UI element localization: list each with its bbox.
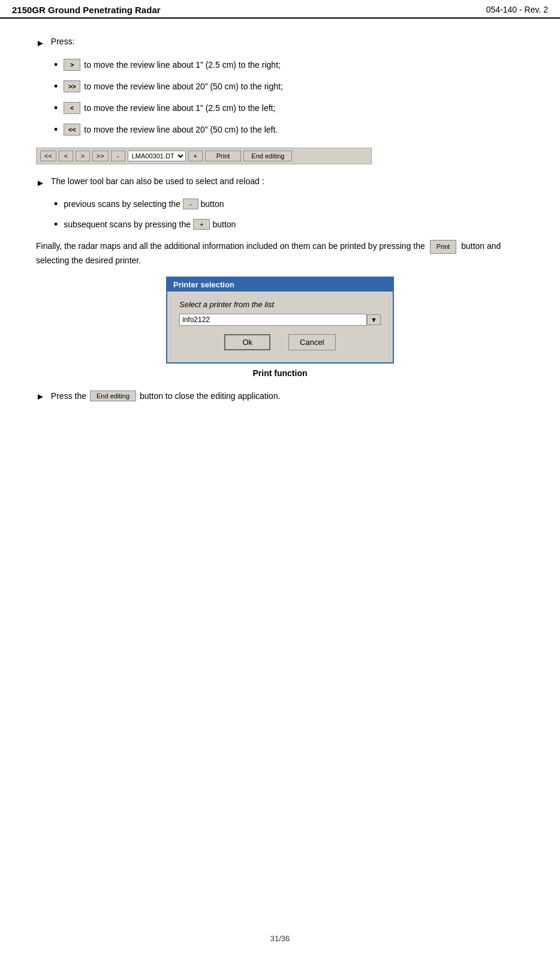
printer-ok-button[interactable]: Ok: [224, 334, 270, 350]
printer-dropdown-arrow[interactable]: ▼: [367, 314, 381, 325]
bullet-text-3: to move the review line about 1” (2.5 cm…: [84, 103, 275, 113]
toolbar-plus-btn[interactable]: +: [188, 151, 203, 161]
toolbar-bullet-next: • subsequent scans by pressing the + but…: [54, 219, 524, 230]
next-scans-text: subsequent scans by pressing the: [64, 220, 191, 229]
end-editing-section: ► Press the End editing button to close …: [36, 390, 524, 401]
next-scans-suffix: button: [212, 220, 236, 229]
bullet-dot-1: •: [54, 59, 58, 70]
end-editing-inline-btn: End editing: [90, 391, 136, 401]
bullet-dot-3: •: [54, 103, 58, 113]
toolbar-ll-btn[interactable]: <<: [40, 151, 56, 161]
lower-toolbar-section: ► The lower tool bar can also be used to…: [36, 176, 524, 188]
toolbar-bullet-list: • previous scans by selecting the - butt…: [54, 199, 524, 230]
bullet-text-2: to move the review line about 20” (50 cm…: [84, 82, 283, 91]
printer-select-row: ▼: [179, 314, 381, 326]
prev-scans-suffix: button: [201, 199, 224, 209]
bullet-text-4: to move the review line about 20” (50 cm…: [84, 125, 278, 134]
prev-scans-text: previous scans by selecting the: [64, 199, 180, 209]
toolbar-minus-btn[interactable]: -: [111, 151, 125, 161]
printer-select-input[interactable]: [179, 314, 367, 326]
bullet-item-2: • >> to move the review line about 20” (…: [54, 80, 524, 92]
toolbar-file-select[interactable]: LMA00301.DT: [128, 151, 186, 161]
toolbar-rr-btn[interactable]: >>: [92, 151, 109, 161]
print-caption: Print function: [36, 368, 524, 378]
print-inline-btn: Print: [430, 240, 457, 254]
toolbar-print-btn[interactable]: Print: [205, 151, 242, 161]
main-content: ► Press: • > to move the review line abo…: [0, 19, 560, 436]
right-single-button: >: [64, 59, 80, 71]
document-title: 2150GR Ground Penetrating Radar: [12, 5, 161, 15]
toolbar-bullet-prev: • previous scans by selecting the - butt…: [54, 199, 524, 209]
end-para1-text: Press the: [51, 391, 86, 401]
bullet-dot-next: •: [54, 219, 58, 230]
right-double-button: >>: [64, 80, 80, 92]
bullet-item-4: • << to move the review line about 20” (…: [54, 124, 524, 136]
printer-dialog-buttons: Ok Cancel: [179, 334, 381, 350]
page-number: 31/36: [270, 934, 290, 943]
print-paragraph: Finally, the radar maps and all the addi…: [36, 239, 524, 267]
left-double-button: <<: [64, 124, 80, 136]
toolbar-l-btn[interactable]: <: [59, 151, 73, 161]
page-header: 2150GR Ground Penetrating Radar 054-140 …: [0, 0, 560, 19]
print-para1-text: Finally, the radar maps and all the addi…: [36, 241, 425, 251]
press-section: ► Press:: [36, 37, 524, 48]
printer-dialog: Printer selection Select a printer from …: [166, 277, 394, 364]
page-footer: 31/36: [0, 934, 560, 943]
plus-inline-btn: +: [193, 219, 210, 230]
toolbar-end-editing-btn[interactable]: End editing: [243, 151, 292, 161]
arrow-bullet-press: ►: [36, 38, 45, 48]
bullet-text-1: to move the review line about 1” (2.5 cm…: [84, 60, 281, 70]
bullet-dot-2: •: [54, 81, 58, 92]
lower-toolbar: << < > >> - LMA00301.DT + Print End edit…: [36, 148, 372, 164]
bullet-dot-prev: •: [54, 199, 58, 209]
arrow-bullet-end: ►: [36, 391, 45, 401]
bullet-item-1: • > to move the review line about 1” (2.…: [54, 59, 524, 71]
minus-inline-btn: -: [183, 199, 198, 209]
lower-toolbar-intro: The lower tool bar can also be used to s…: [51, 176, 264, 186]
press-label: Press:: [51, 37, 75, 46]
end-para2-text: button to close the editing application.: [140, 391, 280, 401]
printer-dialog-title: Printer selection: [167, 278, 393, 292]
toolbar-r-btn[interactable]: >: [76, 151, 90, 161]
bullet-item-3: • < to move the review line about 1” (2.…: [54, 102, 524, 114]
document-number: 054-140 - Rev. 2: [486, 5, 548, 14]
bullet-dot-4: •: [54, 124, 58, 135]
press-bullet-list: • > to move the review line about 1” (2.…: [54, 59, 524, 136]
arrow-bullet-toolbar: ►: [36, 178, 45, 188]
printer-dialog-label: Select a printer from the list: [179, 300, 381, 309]
printer-cancel-button[interactable]: Cancel: [288, 334, 335, 350]
left-single-button: <: [64, 102, 80, 114]
